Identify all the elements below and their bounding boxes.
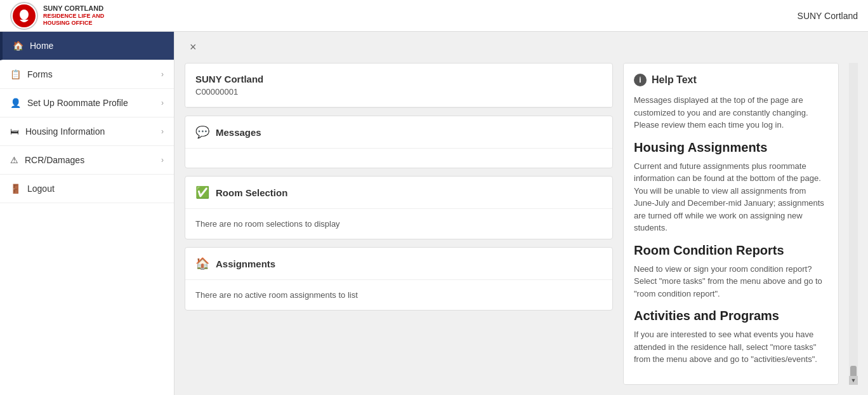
sidebar-item-housing-label: Housing Information	[25, 126, 105, 137]
assignments-header: 🏠 Assignments	[185, 248, 612, 280]
logo-residence2: HOUSING OFFICE	[43, 20, 104, 27]
sidebar-item-logout-left: 🚪 Logout	[10, 184, 55, 194]
close-button[interactable]: ×	[185, 38, 202, 57]
sidebar-item-home[interactable]: 🏠 Home	[0, 32, 174, 60]
help-title: Help Text	[652, 74, 697, 86]
assignments-empty-text: There are no active room assignments to …	[195, 290, 358, 300]
help-section-2-heading: Room Condition Reports	[634, 243, 828, 258]
sidebar-item-roommate-profile[interactable]: 👤 Set Up Roommate Profile ›	[0, 89, 174, 117]
sidebar-item-housing[interactable]: 🛏 Housing Information ›	[0, 117, 174, 146]
help-section-1-heading: Housing Assignments	[634, 140, 828, 155]
sidebar-item-housing-left: 🛏 Housing Information	[10, 126, 105, 137]
scroll-arrow-down-icon[interactable]: ▼	[849, 376, 858, 385]
home-icon: 🏠	[13, 41, 23, 51]
topbar: SUNY CORTLAND RESIDENCE LIFE AND HOUSING…	[0, 0, 868, 32]
below-topbar: 🏠 Home 📋 Forms › 👤 Set Up Roommate Profi…	[0, 32, 868, 395]
help-section-2-body: Need to view or sign your room condition…	[634, 263, 828, 300]
help-header: i Help Text	[634, 74, 828, 86]
main-column: SUNY Cortland C00000001 💬 Messages ✅	[185, 63, 613, 385]
sidebar-item-forms[interactable]: 📋 Forms ›	[0, 60, 174, 89]
institution-name: SUNY Cortland	[195, 74, 602, 84]
sidebar-item-logout-label: Logout	[27, 184, 55, 194]
help-panel: i Help Text Messages displayed at the to…	[623, 63, 839, 385]
assignments-card: 🏠 Assignments There are no active room a…	[185, 247, 613, 311]
housing-chevron-icon: ›	[161, 127, 164, 136]
help-intro: Messages displayed at the top of the pag…	[634, 94, 828, 131]
room-selection-card: ✅ Room Selection There are no room selec…	[185, 176, 613, 239]
messages-icon: 💬	[195, 125, 209, 139]
messages-title: Messages	[216, 127, 261, 138]
sidebar-item-logout[interactable]: 🚪 Logout	[0, 175, 174, 203]
forms-icon: 📋	[10, 69, 21, 79]
assignments-title: Assignments	[216, 258, 275, 269]
housing-icon: 🛏	[10, 126, 19, 137]
sidebar-item-home-left: 🏠 Home	[13, 41, 53, 51]
sidebar-item-forms-label: Forms	[27, 69, 53, 79]
logo-residence1: RESIDENCE LIFE AND	[43, 13, 104, 20]
room-selection-body: There are no room selections to display	[185, 209, 612, 239]
roommate-chevron-icon: ›	[161, 98, 164, 107]
forms-chevron-icon: ›	[161, 70, 164, 79]
sidebar-item-forms-left: 📋 Forms	[10, 69, 53, 79]
sidebar-item-rcr[interactable]: ⚠ RCR/Damages ›	[0, 146, 174, 175]
logo-inner	[13, 4, 36, 27]
scrollbar[interactable]: ▼	[849, 63, 858, 385]
room-selection-header: ✅ Room Selection	[185, 177, 612, 209]
logo-circle	[10, 2, 38, 30]
help-section-3-heading: Activities and Programs	[634, 309, 828, 323]
topbar-institution: SUNY Cortland	[798, 11, 858, 21]
messages-header: 💬 Messages	[185, 116, 612, 149]
rcr-chevron-icon: ›	[161, 156, 164, 164]
sidebar-item-rcr-left: ⚠ RCR/Damages	[10, 155, 84, 165]
rcr-icon: ⚠	[10, 155, 18, 165]
room-selection-icon: ✅	[195, 185, 209, 199]
room-selection-title: Room Selection	[216, 187, 287, 198]
assignments-icon: 🏠	[195, 257, 209, 271]
svg-point-0	[20, 10, 29, 20]
sidebar-item-rcr-label: RCR/Damages	[25, 155, 84, 165]
sidebar-item-home-label: Home	[30, 41, 53, 51]
sidebar-item-roommate-label: Set Up Roommate Profile	[27, 98, 128, 108]
logout-icon: 🚪	[10, 184, 21, 194]
messages-card: 💬 Messages	[185, 116, 613, 168]
help-section-3-body: If you are interested to see what events…	[634, 328, 828, 366]
close-row: ×	[174, 32, 868, 63]
logo-suny: SUNY CORTLAND	[43, 4, 104, 13]
logo-text: SUNY CORTLAND RESIDENCE LIFE AND HOUSING…	[43, 4, 104, 27]
assignments-body: There are no active room assignments to …	[185, 280, 612, 310]
institution-card-header: SUNY Cortland C00000001	[185, 64, 612, 107]
sidebar-item-roommate-left: 👤 Set Up Roommate Profile	[10, 98, 128, 108]
roommate-icon: 👤	[10, 98, 21, 108]
info-icon: i	[634, 74, 647, 86]
room-selection-empty-text: There are no room selections to display	[195, 219, 340, 229]
student-id: C00000001	[195, 87, 602, 97]
logo: SUNY CORTLAND RESIDENCE LIFE AND HOUSING…	[10, 2, 104, 30]
help-section-1-body: Current and future assignments plus room…	[634, 160, 828, 234]
institution-card: SUNY Cortland C00000001	[185, 63, 613, 108]
sidebar: 🏠 Home 📋 Forms › 👤 Set Up Roommate Profi…	[0, 32, 174, 395]
